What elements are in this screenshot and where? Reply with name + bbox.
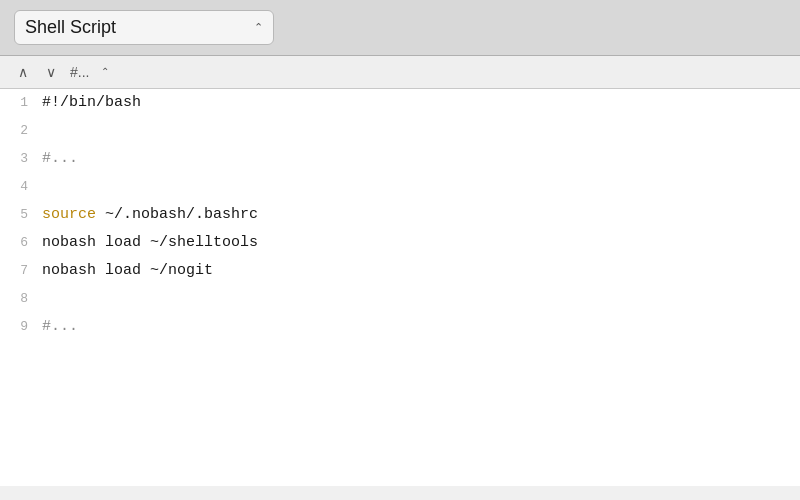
hash-label: #... <box>70 64 89 80</box>
line-number: 7 <box>0 257 42 285</box>
sort-arrows: ⌃ <box>101 67 109 77</box>
code-line: 8 <box>0 285 800 313</box>
toolbar-up-button[interactable]: ∧ <box>14 62 32 82</box>
line-number: 1 <box>0 89 42 117</box>
line-content: #!/bin/bash <box>42 89 800 117</box>
language-label: Shell Script <box>25 17 116 38</box>
code-line: 3#... <box>0 145 800 173</box>
line-number: 2 <box>0 117 42 145</box>
code-line: 6nobash load ~/shelltools <box>0 229 800 257</box>
top-bar: Shell Script ⌃ <box>0 0 800 56</box>
normal-token: nobash load ~/shelltools <box>42 234 258 251</box>
line-number: 9 <box>0 313 42 341</box>
toolbar-down-button[interactable]: ∨ <box>42 62 60 82</box>
language-dropdown[interactable]: Shell Script ⌃ <box>14 10 274 45</box>
line-number: 3 <box>0 145 42 173</box>
line-content: #... <box>42 313 800 341</box>
line-content: nobash load ~/nogit <box>42 257 800 285</box>
code-line: 2 <box>0 117 800 145</box>
line-number: 5 <box>0 201 42 229</box>
normal-token: nobash load ~/nogit <box>42 262 213 279</box>
down-arrow-icon: ∨ <box>46 64 56 80</box>
shebang-token: #!/bin/bash <box>42 94 141 111</box>
comment-token: #... <box>42 150 78 167</box>
normal-token: ~/.nobash/.bashrc <box>96 206 258 223</box>
line-content: nobash load ~/shelltools <box>42 229 800 257</box>
code-editor[interactable]: 1#!/bin/bash23#...45source ~/.nobash/.ba… <box>0 89 800 486</box>
comment-token: #... <box>42 318 78 335</box>
code-line: 4 <box>0 173 800 201</box>
code-line: 9#... <box>0 313 800 341</box>
code-line: 7nobash load ~/nogit <box>0 257 800 285</box>
keyword-token: source <box>42 206 96 223</box>
line-number: 4 <box>0 173 42 201</box>
line-content: source ~/.nobash/.bashrc <box>42 201 800 229</box>
code-line: 1#!/bin/bash <box>0 89 800 117</box>
up-arrow-icon: ∧ <box>18 64 28 80</box>
toolbar: ∧ ∨ #... ⌃ <box>0 56 800 89</box>
code-line: 5source ~/.nobash/.bashrc <box>0 201 800 229</box>
line-number: 8 <box>0 285 42 313</box>
line-content: #... <box>42 145 800 173</box>
line-number: 6 <box>0 229 42 257</box>
dropdown-arrows: ⌃ <box>254 21 263 33</box>
